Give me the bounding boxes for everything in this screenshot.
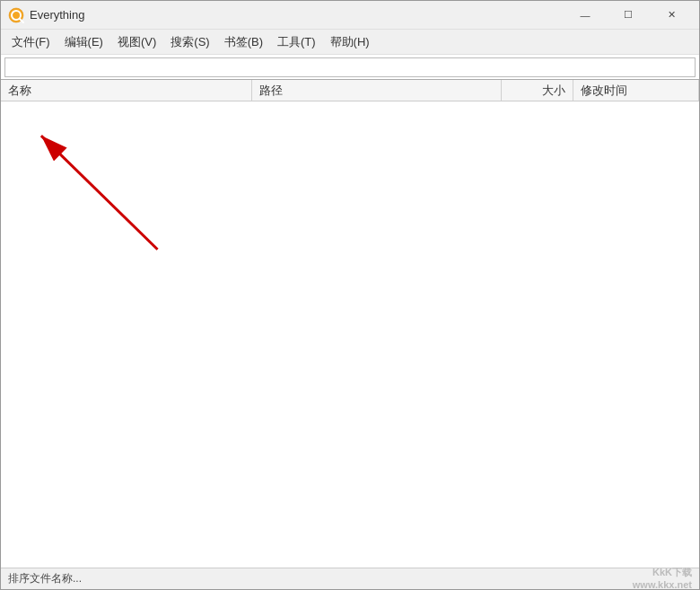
window-title: Everything bbox=[30, 8, 84, 22]
col-header-size[interactable]: 大小 bbox=[502, 80, 573, 101]
col-header-name[interactable]: 名称 bbox=[1, 80, 252, 101]
title-bar-controls: — ☐ ✕ bbox=[564, 3, 692, 28]
menu-file[interactable]: 文件(F) bbox=[4, 31, 57, 53]
status-text: 排序文件名称... bbox=[8, 571, 82, 586]
watermark: KkK下载www.kkx.net bbox=[633, 567, 692, 590]
menu-edit[interactable]: 编辑(E) bbox=[57, 31, 110, 53]
title-bar: Everything — ☐ ✕ bbox=[1, 1, 699, 30]
menu-tools[interactable]: 工具(T) bbox=[270, 31, 323, 53]
main-window: Everything — ☐ ✕ 文件(F) 编辑(E) 视图(V) 搜索(S)… bbox=[0, 0, 700, 590]
menu-search[interactable]: 搜索(S) bbox=[163, 31, 216, 53]
title-bar-left: Everything bbox=[8, 7, 84, 23]
menu-bar: 文件(F) 编辑(E) 视图(V) 搜索(S) 书签(B) 工具(T) 帮助(H… bbox=[1, 30, 699, 55]
svg-line-2 bbox=[20, 19, 23, 22]
close-button[interactable]: ✕ bbox=[651, 3, 692, 28]
minimize-button[interactable]: — bbox=[564, 3, 606, 28]
column-headers: 名称 路径 大小 修改时间 bbox=[1, 80, 699, 101]
content-area bbox=[1, 101, 699, 568]
menu-bookmark[interactable]: 书签(B) bbox=[217, 31, 270, 53]
annotation-arrow bbox=[1, 101, 699, 568]
status-bar: 排序文件名称... KkK下载www.kkx.net bbox=[1, 568, 699, 589]
search-bar bbox=[1, 55, 699, 80]
svg-line-4 bbox=[41, 136, 158, 250]
maximize-button[interactable]: ☐ bbox=[608, 3, 649, 28]
app-icon bbox=[8, 7, 24, 23]
menu-help[interactable]: 帮助(H) bbox=[323, 31, 377, 53]
search-input[interactable] bbox=[4, 57, 696, 77]
col-header-modified[interactable]: 修改时间 bbox=[573, 80, 699, 101]
col-header-path[interactable]: 路径 bbox=[252, 80, 502, 101]
menu-view[interactable]: 视图(V) bbox=[110, 31, 163, 53]
